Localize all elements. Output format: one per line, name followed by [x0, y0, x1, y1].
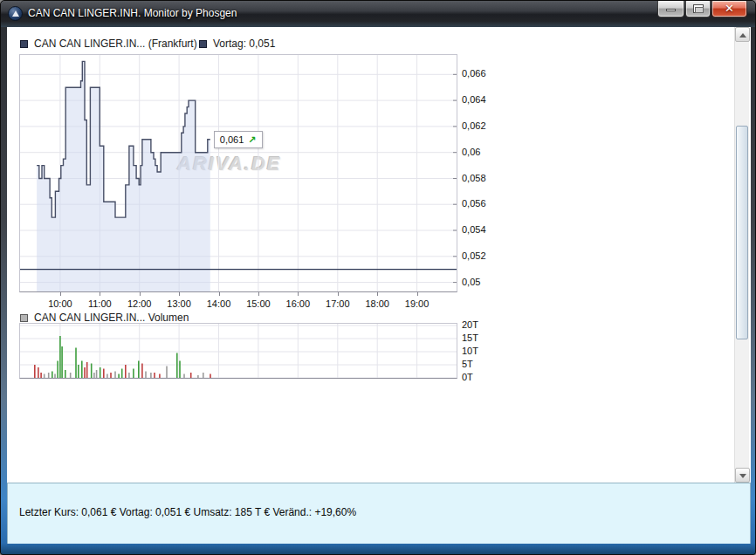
price-axis-label: 0,064: [462, 94, 486, 105]
scrollbar-thumb[interactable]: [736, 126, 748, 339]
price-axis-label: 0,058: [462, 173, 486, 183]
time-axis-tick: [100, 292, 100, 296]
time-axis-label: 12:00: [121, 298, 158, 309]
last-price-value: 0,061: [220, 134, 244, 145]
scroll-up-button[interactable]: [735, 27, 750, 42]
time-axis-tick: [298, 292, 299, 296]
minimize-button[interactable]: [657, 1, 684, 17]
time-axis-tick: [377, 292, 378, 296]
time-axis-tick: [179, 292, 180, 296]
volume-axis-label: 5T: [462, 359, 473, 369]
window-controls: ✕: [656, 1, 747, 17]
vertical-scrollbar[interactable]: [734, 27, 749, 483]
legend-label: CAN CAN LINGER.IN... Volumen: [34, 312, 189, 324]
time-axis-tick: [140, 292, 141, 296]
chart-content-area: CAN CAN LINGER.IN... (Frankfurt) Vortag:…: [7, 27, 751, 483]
volume-axis-label: 0T: [462, 372, 473, 382]
volume-chart-plot: [19, 323, 457, 379]
ariva-logo-icon: [12, 10, 19, 17]
time-axis-label: 15:00: [240, 298, 277, 309]
price-axis-label: 0,062: [462, 120, 486, 131]
window-title: CAN CAN LINGER.INH. Monitor by Phosgen: [28, 1, 237, 25]
volume-axis-label: 20T: [462, 319, 478, 330]
volume-axis-label: 10T: [462, 346, 478, 356]
price-axis-label: 0,066: [462, 68, 486, 79]
price-axis-label: 0,056: [462, 198, 486, 209]
time-axis-label: 16:00: [279, 298, 316, 309]
time-axis-tick: [60, 292, 61, 296]
arrow-up-right-icon: ↗: [248, 134, 256, 145]
time-axis-label: 11:00: [81, 298, 118, 309]
time-axis-tick: [258, 292, 259, 296]
close-button[interactable]: ✕: [711, 1, 747, 17]
price-axis-label: 0,054: [462, 224, 486, 235]
price-chart-plot: ARIVA.DE 0,061↗: [19, 54, 457, 292]
series-marker-icon: [199, 40, 207, 48]
price-axis-label: 0,05: [462, 277, 480, 287]
status-text: Letzter Kurs: 0,061 € Vortag: 0,051 € Um…: [19, 506, 356, 518]
legend-label: Vortag: 0,051: [213, 38, 275, 50]
monitor-window: CAN CAN LINGER.INH. Monitor by Phosgen ✕…: [0, 0, 756, 555]
legend-item-vortag: Vortag: 0,051: [199, 38, 275, 51]
time-axis-label: 19:00: [399, 298, 436, 309]
scroll-down-button[interactable]: [735, 468, 750, 483]
last-price-label: 0,061↗: [214, 131, 263, 148]
price-chart-svg: [20, 55, 457, 291]
arrow-up-icon: [739, 33, 746, 38]
maximize-button[interactable]: [685, 1, 711, 17]
time-axis-label: 17:00: [320, 298, 356, 309]
maximize-icon: [693, 4, 704, 13]
arrow-down-icon: [739, 474, 746, 478]
legend-label: CAN CAN LINGER.IN... (Frankfurt): [34, 38, 197, 50]
time-axis-tick: [417, 292, 418, 296]
close-icon: ✕: [712, 2, 746, 15]
volume-chart-svg: [20, 324, 457, 378]
app-icon: [8, 6, 23, 21]
time-axis-label: 13:00: [161, 298, 197, 309]
time-axis-label: 14:00: [201, 298, 237, 309]
volume-axis-label: 15T: [462, 332, 478, 343]
time-axis-label: 18:00: [359, 298, 395, 309]
minimize-icon: [666, 9, 676, 11]
legend-item-instrument: CAN CAN LINGER.IN... (Frankfurt): [20, 38, 197, 51]
series-marker-icon: [20, 40, 28, 48]
time-axis-tick: [219, 292, 220, 296]
time-axis-tick: [338, 292, 339, 296]
title-bar[interactable]: CAN CAN LINGER.INH. Monitor by Phosgen ✕: [1, 1, 755, 27]
status-bar: Letzter Kurs: 0,061 € Vortag: 0,051 € Um…: [7, 483, 751, 544]
price-axis-label: 0,06: [462, 147, 480, 157]
series-marker-icon: [20, 314, 28, 322]
price-axis-label: 0,052: [462, 250, 486, 261]
time-axis-label: 10:00: [42, 298, 79, 309]
